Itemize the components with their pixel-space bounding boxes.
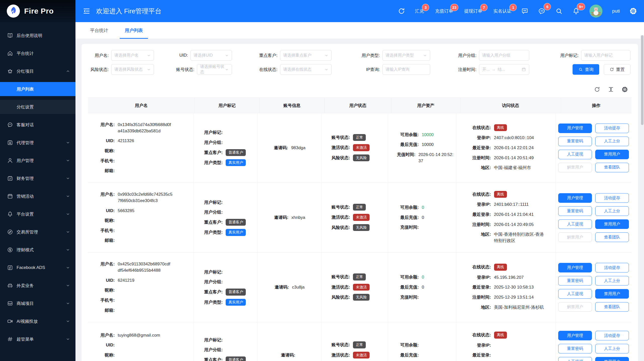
manual-withdraw-button[interactable]: 人工提现 bbox=[558, 219, 592, 229]
invite-code-value: xhnbya bbox=[291, 215, 305, 221]
sidebar-item-sub4[interactable]: 分红设置 bbox=[0, 100, 75, 114]
mark-filter[interactable] bbox=[581, 50, 630, 61]
activity-save-button[interactable]: 活动提存 bbox=[595, 193, 629, 203]
scrollbar-thumb[interactable] bbox=[641, 35, 643, 125]
sidebar-item-car[interactable]: 外卖业务 bbox=[0, 278, 75, 293]
cell-user-status: 账号状态:正常 激活状态:未激活 风险状态:无风险 bbox=[322, 253, 388, 322]
header-action[interactable]: 实名认证1 bbox=[493, 8, 511, 14]
cell-user-assets: 可用余额:0 最后充值:0 充值时间: bbox=[388, 183, 456, 253]
unban-user-button[interactable]: 解禁用户 bbox=[558, 302, 592, 312]
reset-password-button[interactable]: 重置密码 bbox=[558, 137, 592, 146]
header-action[interactable]: 充值订单23 bbox=[435, 8, 453, 14]
sidebar-item-sub3[interactable]: 用户列表 bbox=[0, 82, 75, 96]
last-recharge-value: 0 bbox=[422, 284, 424, 291]
sidebar-item-fb[interactable]: Facebook ADS bbox=[0, 261, 75, 275]
sidebar-item-compass[interactable]: 交易所管理 bbox=[0, 225, 75, 239]
vip-filter[interactable]: 请选择重点客户 bbox=[280, 50, 332, 61]
manual-withdraw-button[interactable]: 人工提现 bbox=[558, 150, 592, 159]
header-action[interactable]: 汇兑3 bbox=[415, 8, 424, 14]
disable-user-button[interactable]: 禁用用户 bbox=[595, 289, 629, 299]
tab[interactable]: 平台统计 bbox=[85, 22, 113, 39]
username-filter[interactable]: 请选择用户名 bbox=[111, 50, 154, 61]
manual-withdraw-button[interactable]: 人工提现 bbox=[558, 357, 592, 361]
region-value: 美国-加利福尼亚州-洛杉矶 bbox=[494, 304, 544, 311]
reset-password-button[interactable]: 重置密码 bbox=[558, 344, 592, 353]
header-action[interactable]: 提现订单7 bbox=[464, 8, 482, 14]
row-actions: 用户管理活动提存重置密码人工上分人工提现禁用用户解禁用户查看团队 bbox=[558, 263, 629, 312]
sidebar-item-shop[interactable]: 商城项目 bbox=[0, 296, 75, 310]
manual-credit-button[interactable]: 人工上分 bbox=[595, 206, 629, 216]
reset-password-button[interactable]: 重置密码 bbox=[558, 206, 592, 216]
activity-save-button[interactable]: 活动提存 bbox=[595, 124, 629, 133]
activity-save-button[interactable]: 活动提存 bbox=[595, 263, 629, 272]
refresh-icon[interactable] bbox=[398, 7, 405, 15]
user-manage-button[interactable]: 用户管理 bbox=[558, 331, 592, 340]
user-manage-button[interactable]: 用户管理 bbox=[558, 193, 592, 203]
sidebar-item-chat[interactable]: 客服对话 bbox=[0, 118, 75, 132]
view-team-button[interactable]: 查看团队 bbox=[595, 302, 629, 312]
sidebar-item-cal[interactable]: 营销活动 bbox=[0, 189, 75, 203]
column-header: 用户名 bbox=[88, 98, 195, 113]
sidebar-item-crown[interactable]: 分红项目 bbox=[0, 64, 75, 78]
sidebar-item-hash[interactable]: 超管菜单 bbox=[0, 332, 75, 346]
uid-filter[interactable]: 请选择UID bbox=[190, 50, 232, 61]
chat-notification-icon[interactable]: 6 bbox=[538, 7, 546, 15]
login-ip-value: 45.195.196.207 bbox=[494, 274, 524, 281]
user-manage-button[interactable]: 用户管理 bbox=[558, 124, 592, 133]
disable-user-button[interactable]: 禁用用户 bbox=[595, 357, 629, 361]
user-manage-button[interactable]: 用户管理 bbox=[558, 263, 592, 272]
table-row: 用户名:0x425c91130342b68970cdfdf54ef646b951… bbox=[88, 253, 631, 322]
tab[interactable]: 用户列表 bbox=[120, 22, 148, 39]
user-type-badge: 真实用户 bbox=[226, 229, 246, 236]
sidebar-item-dollar[interactable]: 理财模式 bbox=[0, 243, 75, 257]
gear-icon[interactable] bbox=[629, 7, 637, 15]
ip-filter[interactable] bbox=[382, 64, 430, 75]
sidebar-item-card[interactable]: 代理管理 bbox=[0, 136, 75, 150]
user-type-filter[interactable]: 请选择用户类型 bbox=[382, 50, 430, 61]
online-status-badge: 离线 bbox=[494, 191, 507, 198]
unban-user-button[interactable]: 解禁用户 bbox=[558, 163, 592, 172]
bell-icon[interactable]: 9+ bbox=[572, 7, 580, 15]
column-settings-icon[interactable] bbox=[622, 86, 628, 93]
risk-status-badge: 无风险 bbox=[353, 224, 370, 231]
search-button[interactable]: 查询 bbox=[573, 64, 599, 75]
cell-account-info: 邀请码: bbox=[258, 322, 322, 361]
cell-user-mark: 用户标记: 用户分组: 重点客户:普通客户 用户类型:真实用户 bbox=[193, 183, 258, 253]
cell-actions: 用户管理活动提存重置密码人工上分人工提现禁用用户解禁用户查看团队 bbox=[556, 322, 631, 361]
sidebar-item-video[interactable]: AI视频投放 bbox=[0, 314, 75, 328]
search-icon[interactable] bbox=[555, 7, 563, 15]
activity-save-button[interactable]: 活动提存 bbox=[595, 331, 629, 340]
online-status-filter[interactable]: 请选择在线状态 bbox=[280, 64, 332, 75]
sidebar-item-calcheck[interactable]: 财务管理 bbox=[0, 171, 75, 185]
disable-user-button[interactable]: 禁用用户 bbox=[595, 150, 629, 159]
manual-credit-button[interactable]: 人工上分 bbox=[595, 137, 629, 146]
message-icon[interactable] bbox=[521, 7, 529, 15]
reset-password-button[interactable]: 重置密码 bbox=[558, 276, 592, 286]
sidebar-item-book[interactable]: 后台使用说明 bbox=[0, 28, 75, 43]
row-density-icon[interactable] bbox=[608, 86, 614, 93]
cell-user-status: 账号状态:正常 激活状态:未激活 风险状态:无风险 bbox=[322, 322, 388, 361]
filter-label: 用户名: bbox=[89, 53, 111, 58]
view-team-button[interactable]: 查看团队 bbox=[595, 232, 629, 242]
manual-credit-button[interactable]: 人工上分 bbox=[595, 276, 629, 286]
account-status-filter[interactable]: 请选择账号状态 bbox=[197, 64, 232, 75]
reset-button[interactable]: 重置 bbox=[604, 64, 630, 75]
username[interactable]: puti bbox=[612, 8, 620, 14]
sidebar-item-home[interactable]: 平台统计 bbox=[0, 46, 75, 60]
risk-filter[interactable]: 请选择风险状态 bbox=[111, 64, 154, 75]
register-time-filter[interactable]: 开...→结... bbox=[479, 64, 529, 75]
sidebar-item-user[interactable]: 用户管理 bbox=[0, 153, 75, 168]
group-filter[interactable] bbox=[479, 50, 529, 61]
collapse-menu-icon[interactable] bbox=[83, 7, 91, 15]
sidebar-item-alarm[interactable]: 平台设置 bbox=[0, 207, 75, 221]
manual-credit-button[interactable]: 人工上分 bbox=[595, 344, 629, 353]
disable-user-button[interactable]: 禁用用户 bbox=[595, 219, 629, 229]
filter-label: 用户类型: bbox=[354, 53, 382, 58]
avatar[interactable] bbox=[589, 5, 602, 18]
view-team-button[interactable]: 查看团队 bbox=[595, 163, 629, 172]
unban-user-button[interactable]: 解禁用户 bbox=[558, 232, 592, 242]
reload-table-icon[interactable] bbox=[594, 86, 600, 93]
manual-withdraw-button[interactable]: 人工提现 bbox=[558, 289, 592, 299]
register-time-value: 2025-12-29 13:51:14 bbox=[494, 294, 534, 301]
fb-icon bbox=[7, 265, 13, 271]
